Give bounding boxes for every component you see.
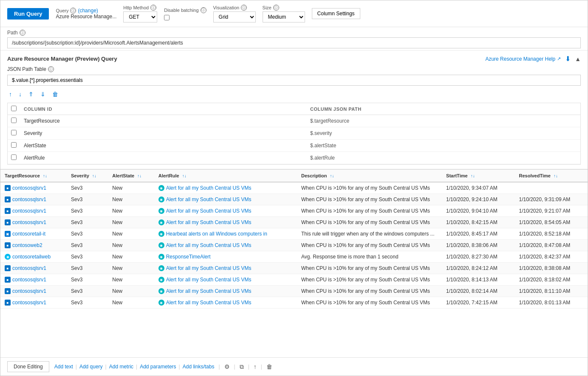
col-header-targetresource[interactable]: TargetResource ↑↓ — [0, 170, 67, 182]
path-input[interactable] — [7, 37, 581, 48]
select-all-checkbox[interactable] — [11, 106, 17, 111]
add-parameters-link[interactable]: Add parameters — [140, 364, 176, 370]
table-row: AlertState $.alertState — [8, 140, 580, 152]
query-info-icon[interactable]: ⓘ — [70, 8, 76, 14]
sort-icon: ↑↓ — [92, 174, 96, 178]
path-label: Path ⓘ — [7, 30, 581, 36]
add-links-tabs-link[interactable]: Add links/tabs — [183, 364, 215, 370]
download-button[interactable]: ⬇ — [565, 55, 571, 63]
target-resource-link[interactable]: ■ contososqlsrv1 — [5, 185, 62, 191]
move-up-button[interactable]: ↑ — [7, 90, 14, 98]
table-row: AlertRule $.alertRule — [8, 152, 580, 164]
size-select[interactable]: Medium Small Large — [263, 11, 305, 22]
col-checkbox-1[interactable] — [11, 130, 17, 135]
json-path-info-icon[interactable]: ⓘ — [48, 66, 54, 72]
target-resource-link[interactable]: ■ contososqlsrv1 — [5, 288, 62, 294]
col-checkbox-3[interactable] — [11, 154, 17, 160]
table-row: TargetResource $.targetResource — [8, 115, 580, 127]
disable-batching-info-icon[interactable]: ⓘ — [201, 7, 206, 13]
path-info-icon[interactable]: ⓘ — [20, 30, 25, 36]
table-row: ■ contosoweb2 Sev3 New ◉ Alert for all m… — [0, 240, 588, 251]
add-query-link[interactable]: Add query — [79, 364, 103, 370]
add-text-link[interactable]: Add text — [54, 364, 73, 370]
column-settings-button[interactable]: Column Settings — [312, 8, 360, 19]
copy-icon-button[interactable]: ⧉ — [239, 362, 245, 371]
severity-cell: Sev3 — [67, 263, 108, 274]
col-header-starttime[interactable]: StartTime ↑↓ — [442, 170, 514, 182]
start-time-cell: 1/10/2020, 9:34:07 AM — [442, 182, 514, 194]
target-resource-cell: ■ contososqlsrv1 — [0, 182, 67, 194]
alert-rule-link[interactable]: ◉ Alert for all my South Central US VMs — [158, 219, 293, 225]
settings-icon-button[interactable]: ⚙ — [223, 362, 231, 371]
col-header-description[interactable]: Description ↑↓ — [297, 170, 442, 182]
target-resource-link[interactable]: ■ contososqlsrv1 — [5, 300, 62, 306]
done-editing-button[interactable]: Done Editing — [7, 361, 49, 372]
target-resource-link[interactable]: ■ contososqlsrv1 — [5, 265, 62, 271]
size-label: Size ⓘ — [263, 5, 305, 11]
http-method-select[interactable]: GET POST — [123, 11, 157, 22]
add-metric-link[interactable]: Add metric — [109, 364, 133, 370]
move-top-button[interactable]: ⇑ — [27, 90, 35, 98]
visualization-select[interactable]: Grid Chart — [213, 11, 256, 22]
col-header-resolvedtime[interactable]: ResolvedTime ↑↓ — [515, 170, 588, 182]
col-checkbox-2[interactable] — [11, 142, 17, 148]
visualization-info-icon[interactable]: ⓘ — [241, 5, 247, 11]
target-resource-cell: ■ contososqlsrv1 — [0, 297, 67, 309]
target-resource-link[interactable]: ■ contososqlsrv1 — [5, 277, 62, 283]
move-down-button[interactable]: ↓ — [17, 90, 23, 98]
alert-rule-link[interactable]: ◉ Alert for all my South Central US VMs — [158, 242, 293, 248]
visualization-label: Visualization ⓘ — [213, 5, 256, 11]
severity-cell: Sev3 — [67, 251, 108, 263]
run-query-button[interactable]: Run Query — [7, 8, 49, 20]
sort-icon: ↑↓ — [471, 174, 475, 178]
alert-rule-link[interactable]: ◉ Alert for all my South Central US VMs — [158, 185, 293, 191]
col-id-cell: TargetResource — [20, 115, 307, 127]
alert-rule-link[interactable]: ◉ Alert for all my South Central US VMs — [158, 277, 293, 283]
alert-rule-link[interactable]: ◉ Alert for all my South Central US VMs — [158, 288, 293, 294]
table-row: ■ contososqlsrv1 Sev3 New ◉ Alert for al… — [0, 217, 588, 228]
move-bottom-button[interactable]: ⇓ — [39, 90, 47, 98]
alert-rule-link[interactable]: ◉ Hearbeat alerts on all Windows compute… — [158, 231, 293, 237]
separator-2: | — [105, 364, 107, 370]
table-row: ■ contososqlsrv1 Sev3 New ◉ Alert for al… — [0, 286, 588, 297]
target-resource-link[interactable]: ■ contososqlsrv1 — [5, 208, 62, 214]
http-info-icon[interactable]: ⓘ — [150, 5, 156, 11]
alert-rule-link[interactable]: ◉ Alert for all my South Central US VMs — [158, 265, 293, 271]
delete-column-button[interactable]: 🗑 — [51, 90, 60, 98]
col-checkbox-0[interactable] — [11, 118, 17, 123]
alert-state-cell: New — [108, 297, 154, 309]
severity-cell: Sev3 — [67, 205, 108, 217]
alert-rule-link[interactable]: ◉ Alert for all my South Central US VMs — [158, 300, 293, 306]
collapse-button[interactable]: ▲ — [575, 56, 581, 62]
target-resource-link[interactable]: ■ contosoweb2 — [5, 242, 62, 248]
col-header-alertrule[interactable]: AlertRule ↑↓ — [154, 170, 297, 182]
target-resource-cell: ■ contososqlsrv1 — [0, 205, 67, 217]
alert-rule-link[interactable]: ◉ ResponseTimeAlert — [158, 254, 293, 260]
size-info-icon[interactable]: ⓘ — [273, 5, 279, 11]
target-resource-cell: ■ contososqlsrv1 — [0, 274, 67, 286]
separator-8: | — [261, 364, 262, 370]
arm-help-link[interactable]: Azure Resource Manager Help ↗ — [485, 56, 561, 62]
alert-state-cell: New — [108, 286, 154, 297]
col-header-severity[interactable]: Severity ↑↓ — [67, 170, 108, 182]
resolved-time-cell: 1/10/2020, 8:18:02 AM — [515, 274, 588, 286]
alert-rule-link[interactable]: ◉ Alert for all my South Central US VMs — [158, 196, 293, 202]
separator-3: | — [136, 364, 137, 370]
col-json-path-cell: $.alertState — [307, 140, 580, 152]
json-path-input[interactable] — [7, 75, 581, 86]
description-cell: When CPU is >10% for any of my South Cen… — [297, 205, 442, 217]
data-grid-section: TargetResource ↑↓Severity ↑↓AlertState ↑… — [0, 169, 588, 357]
target-resource-link[interactable]: ■ contososqlsrv1 — [5, 219, 62, 225]
alert-rule-cell: ◉ Alert for all my South Central US VMs — [154, 205, 297, 217]
query-change-link[interactable]: (change) — [78, 8, 98, 14]
col-header-alertstate[interactable]: AlertState ↑↓ — [108, 170, 154, 182]
disable-batching-checkbox[interactable] — [164, 15, 170, 20]
target-resource-link[interactable]: ◉ contosoretailweb — [5, 254, 62, 260]
delete-icon-button[interactable]: 🗑 — [266, 362, 273, 371]
target-resource-link[interactable]: ▣ contosoretail-it — [5, 231, 62, 237]
alert-rule-link[interactable]: ◉ Alert for all my South Central US VMs — [158, 208, 293, 214]
move-up-icon-button[interactable]: ↑ — [253, 362, 257, 371]
resolved-time-cell: 1/10/2020, 8:47:08 AM — [515, 240, 588, 251]
target-resource-link[interactable]: ■ contososqlsrv1 — [5, 196, 62, 202]
table-row: ■ contososqlsrv1 Sev3 New ◉ Alert for al… — [0, 205, 588, 217]
